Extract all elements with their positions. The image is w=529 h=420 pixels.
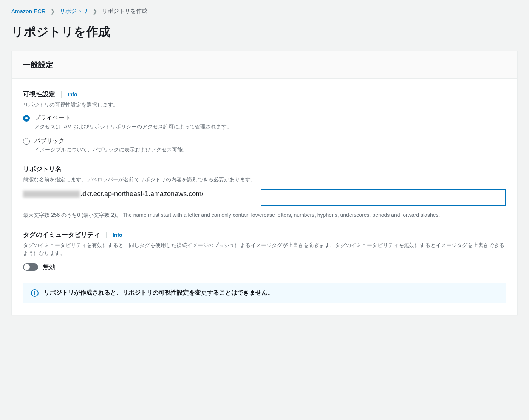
repo-name-help: 最大文字数 256 のうち0 (最小文字数 2)。 The name must … — [23, 211, 506, 219]
repo-name-section: リポジトリ名 簡潔な名前を指定します。デベロッパーが名前でリポジトリの内容を識別… — [23, 165, 506, 219]
alert-text: リポジトリが作成されると、リポジトリの可視性設定を変更することはできません。 — [44, 289, 274, 297]
repo-name-prefix: .dkr.ecr.ap-northeast-1.amazonaws.com/ — [23, 189, 255, 199]
account-id-blurred — [23, 191, 80, 198]
radio-desc-public: イメージプルについて、パブリックに表示およびアクセス可能。 — [34, 147, 188, 153]
visibility-info-link[interactable]: Info — [68, 91, 77, 97]
breadcrumb: Amazon ECR ❯ リポジトリ ❯ リポジトリを作成 — [11, 8, 518, 15]
visibility-option-private[interactable]: プライベート アクセスは IAM およびリポジトリポリシーのアクセス許可によって… — [23, 114, 506, 130]
repo-prefix-suffix: .dkr.ecr.ap-northeast-1.amazonaws.com/ — [80, 190, 203, 198]
immutability-info-link[interactable]: Info — [113, 232, 122, 238]
visibility-section: 可視性設定 Info リポジトリの可視性設定を選択します。 プライベート アクセ… — [23, 90, 506, 153]
immutability-section: タグのイミュータビリティ Info タグのイミュータビリティを有効にすると、同じ… — [23, 230, 506, 271]
general-settings-panel: 一般設定 可視性設定 Info リポジトリの可視性設定を選択します。 プライベー… — [11, 51, 518, 315]
divider — [61, 91, 62, 98]
visibility-alert: i リポジトリが作成されると、リポジトリの可視性設定を変更することはできません。 — [23, 283, 506, 303]
chevron-right-icon: ❯ — [93, 8, 97, 15]
panel-header: 一般設定 — [12, 51, 517, 79]
page-title: リポジトリを作成 — [11, 24, 518, 40]
toggle-knob-icon — [24, 264, 30, 270]
repo-name-desc: 簡潔な名前を指定します。デベロッパーが名前でリポジトリの内容を識別できる必要があ… — [23, 176, 506, 184]
repo-name-input[interactable] — [261, 189, 506, 206]
radio-label-public: パブリック — [34, 137, 188, 145]
radio-icon[interactable] — [23, 115, 30, 122]
radio-icon[interactable] — [23, 138, 30, 145]
radio-label-private: プライベート — [34, 114, 232, 122]
visibility-desc: リポジトリの可視性設定を選択します。 — [23, 101, 506, 109]
panel-header-title: 一般設定 — [23, 60, 506, 70]
immutability-label: タグのイミュータビリティ — [23, 230, 100, 239]
immutability-toggle[interactable] — [23, 263, 38, 271]
breadcrumb-link-ecr[interactable]: Amazon ECR — [11, 8, 46, 14]
info-icon: i — [31, 289, 39, 297]
immutability-state: 無効 — [43, 262, 56, 271]
breadcrumb-current: リポジトリを作成 — [102, 8, 147, 15]
visibility-option-public[interactable]: パブリック イメージプルについて、パブリックに表示およびアクセス可能。 — [23, 137, 506, 153]
breadcrumb-link-repos[interactable]: リポジトリ — [60, 8, 88, 15]
divider — [106, 232, 107, 238]
repo-name-label: リポジトリ名 — [23, 165, 62, 173]
visibility-label: 可視性設定 — [23, 90, 55, 99]
immutability-desc: タグのイミュータビリティを有効にすると、同じタグを使用した後続イメージのプッシュ… — [23, 241, 506, 257]
chevron-right-icon: ❯ — [50, 8, 55, 15]
radio-desc-private: アクセスは IAM およびリポジトリポリシーのアクセス許可によって管理されます。 — [34, 124, 232, 130]
